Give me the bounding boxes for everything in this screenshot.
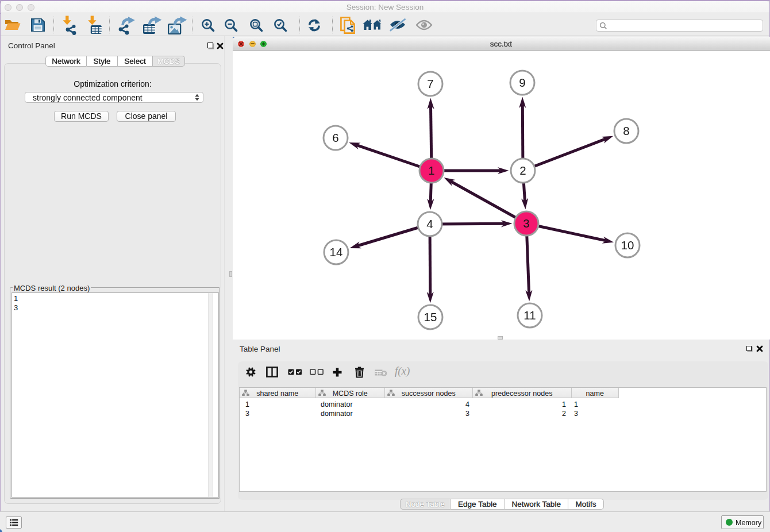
svg-text:3: 3 bbox=[523, 217, 529, 230]
svg-text:7: 7 bbox=[427, 77, 433, 90]
svg-text:10: 10 bbox=[621, 238, 634, 252]
svg-text:4: 4 bbox=[426, 217, 433, 230]
svg-text:1: 1 bbox=[428, 164, 434, 177]
svg-text:15: 15 bbox=[424, 310, 437, 323]
svg-text:8: 8 bbox=[623, 124, 629, 137]
svg-text:6: 6 bbox=[332, 131, 338, 144]
svg-text:11: 11 bbox=[523, 309, 536, 322]
svg-text:9: 9 bbox=[519, 76, 525, 89]
svg-text:2: 2 bbox=[519, 164, 526, 177]
svg-text:14: 14 bbox=[330, 245, 343, 259]
